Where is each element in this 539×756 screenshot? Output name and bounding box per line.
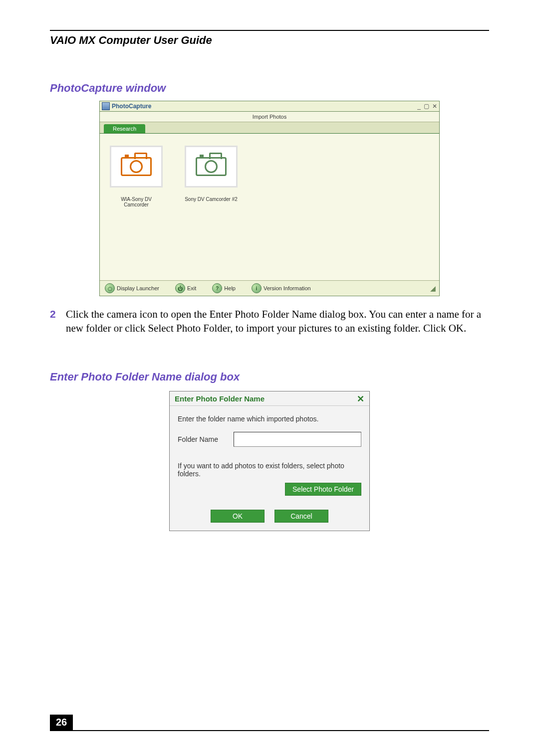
page-number: 26 — [50, 715, 73, 730]
dialog-instruction: Enter the folder name which imported pho… — [178, 415, 361, 423]
window-title: PhotoCapture — [112, 103, 151, 110]
folder-name-dialog: Enter Photo Folder Name ✕ Enter the fold… — [169, 391, 370, 531]
section-heading-dialog: Enter Photo Folder Name dialog box — [50, 371, 489, 383]
device-item[interactable]: WIA-Sony DV Camcorder — [109, 146, 164, 207]
exit-label: Exit — [187, 285, 196, 291]
close-icon[interactable]: ✕ — [432, 103, 437, 110]
ok-button[interactable]: OK — [211, 510, 265, 523]
photocapture-window: PhotoCapture _ ▢ ✕ Import Photos Researc… — [99, 101, 440, 296]
app-icon — [102, 102, 110, 110]
resize-grip-icon[interactable]: ◢ — [430, 284, 434, 292]
close-icon[interactable]: ✕ — [357, 394, 364, 403]
version-info-button[interactable]: i Version Information — [252, 283, 311, 293]
step-number: 2 — [50, 307, 60, 336]
display-launcher-label: Display Launcher — [117, 285, 159, 291]
step-text: Click the camera icon to open the Enter … — [66, 307, 489, 336]
step-2: 2 Click the camera icon to open the Ente… — [50, 307, 489, 336]
folder-name-label: Folder Name — [178, 435, 228, 443]
info-icon: i — [252, 283, 262, 293]
device-label: WIA-Sony DV Camcorder — [109, 196, 164, 207]
help-button[interactable]: ? Help — [212, 283, 236, 293]
display-launcher-button[interactable]: ◌ Display Launcher — [105, 283, 159, 293]
dialog-note: If you want to add photos to exist folde… — [178, 462, 361, 478]
section-heading-photocapture: PhotoCapture window — [50, 82, 489, 95]
titlebar: PhotoCapture _ ▢ ✕ — [100, 101, 439, 112]
camera-icon — [121, 157, 152, 176]
exit-button[interactable]: ⏻ Exit — [175, 283, 196, 293]
device-item[interactable]: Sony DV Camcorder #2 — [184, 146, 239, 202]
launcher-icon: ◌ — [105, 283, 115, 293]
import-header: Import Photos — [100, 112, 439, 122]
doc-title: VAIO MX Computer User Guide — [50, 34, 489, 47]
minimize-icon[interactable]: _ — [417, 103, 421, 110]
cancel-button[interactable]: Cancel — [274, 510, 328, 523]
help-icon: ? — [212, 283, 222, 293]
camera-icon — [196, 157, 227, 176]
maximize-icon[interactable]: ▢ — [424, 103, 429, 110]
help-label: Help — [224, 285, 236, 291]
select-photo-folder-button[interactable]: Select Photo Folder — [285, 483, 361, 496]
dialog-title: Enter Photo Folder Name — [175, 394, 265, 403]
device-label: Sony DV Camcorder #2 — [184, 196, 239, 202]
tab-research[interactable]: Research — [104, 124, 145, 133]
folder-name-input[interactable] — [234, 432, 361, 447]
version-label: Version Information — [264, 285, 311, 291]
exit-icon: ⏻ — [175, 283, 185, 293]
